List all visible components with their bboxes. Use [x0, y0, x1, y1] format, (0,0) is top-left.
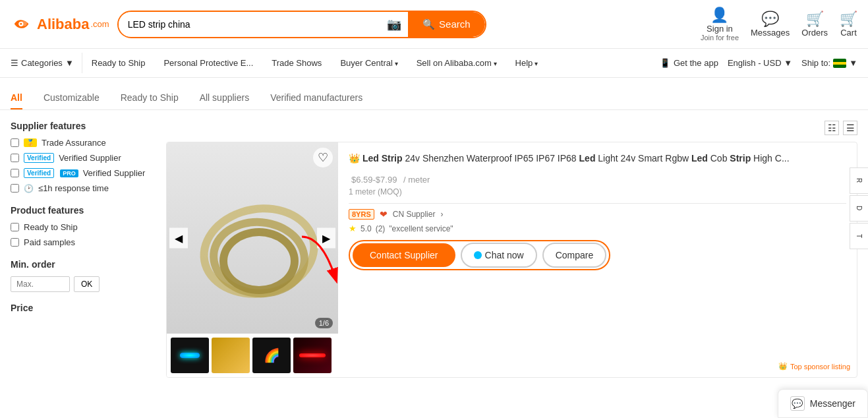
verified-badge: Verified: [24, 153, 54, 163]
compare-button[interactable]: Compare: [542, 243, 607, 268]
search-icon: 🔍: [422, 18, 435, 30]
get-app-button[interactable]: 📱 Get the app: [660, 58, 718, 68]
thumb-rgb-bg: 🌈: [252, 338, 291, 373]
verified-pro-supplier-filter[interactable]: Verified PRO Verified Supplier: [11, 168, 156, 178]
person-icon: 👤: [710, 7, 728, 24]
response-time-filter[interactable]: 🕑 ≤1h response time: [11, 183, 156, 193]
verified-supplier-label: Verified Supplier: [59, 153, 121, 163]
ready-to-ship-checkbox[interactable]: [11, 223, 19, 231]
sign-in-action[interactable]: 👤 Sign in Join for free: [701, 7, 739, 42]
rs-button-1[interactable]: R: [850, 167, 868, 194]
orders-label: Orders: [801, 28, 828, 38]
tab-customizable[interactable]: Customizable: [43, 87, 100, 109]
trade-assurance-label: Trade Assurance: [42, 138, 106, 148]
supplier-features-title: Supplier features: [11, 121, 156, 131]
ship-to-selector[interactable]: Ship to: ▼: [801, 58, 857, 68]
tab-ready-to-ship[interactable]: Ready to Ship: [121, 87, 179, 109]
heart-icon: ❤: [380, 209, 388, 220]
verified-supplier-filter[interactable]: Verified Verified Supplier: [11, 153, 156, 163]
supplier-country-label: CN Supplier: [393, 210, 436, 219]
search-button[interactable]: 🔍 Search: [408, 12, 485, 37]
title-strip-bold: Strip: [730, 153, 751, 164]
supplier-row: 8YRS ❤ CN Supplier ›: [349, 209, 846, 220]
product-features-section: Product features Ready to Ship Paid samp…: [11, 205, 156, 247]
trade-assurance-checkbox[interactable]: [11, 138, 19, 147]
logo[interactable]: Alibaba.com: [11, 15, 109, 34]
mobile-icon: 📱: [660, 58, 670, 68]
verified-pro-checkbox[interactable]: [11, 169, 19, 177]
star-row: ★ 5.0 (2) "excellent service": [349, 224, 846, 233]
ready-to-ship-filter[interactable]: Ready to Ship: [11, 222, 156, 232]
chat-now-label: Chat now: [485, 250, 524, 260]
verified-pro-badge: Verified: [24, 168, 54, 178]
response-time-checkbox[interactable]: [11, 184, 19, 193]
thumb-red-bg: [293, 338, 332, 373]
chat-dot-icon: [474, 251, 482, 259]
rating-value: 5.0: [361, 224, 372, 233]
title-text-3: Cob: [710, 153, 730, 164]
camera-icon[interactable]: 📷: [380, 17, 408, 32]
chat-now-button[interactable]: Chat now: [461, 243, 537, 268]
image-prev-button[interactable]: ◀: [169, 228, 188, 249]
nav-ready-to-ship[interactable]: Ready to Ship: [82, 54, 155, 72]
thumbnail-3[interactable]: 🌈: [252, 338, 291, 373]
grid-view-icon[interactable]: ☷: [825, 121, 839, 135]
cart-icon: 🛒: [840, 11, 857, 28]
product-main-image: ◀ ▶ 1/6 ♡: [167, 142, 338, 334]
product-toolbar: ☷ ☰: [166, 121, 857, 135]
navbar: ☰ Categories ▼ Ready to Ship Personal Pr…: [0, 49, 868, 78]
min-order-ok-button[interactable]: OK: [74, 276, 100, 292]
tab-all-suppliers[interactable]: All suppliers: [200, 87, 249, 109]
nav-buyer-central[interactable]: Buyer Central: [331, 54, 407, 72]
trade-assurance-filter[interactable]: 🥇 Trade Assurance: [11, 138, 156, 148]
min-order-section: Min. order OK: [11, 259, 156, 292]
clock-icon: 🕑: [24, 184, 34, 193]
list-view-icon[interactable]: ☰: [843, 121, 857, 135]
nav-trade-shows[interactable]: Trade Shows: [262, 54, 331, 72]
orders-action[interactable]: 🛒 Orders: [801, 11, 828, 38]
thumbnail-4[interactable]: [293, 338, 332, 373]
paid-samples-filter[interactable]: Paid samples: [11, 237, 156, 247]
search-bar: 📷 🔍 Search: [117, 11, 486, 38]
product-title[interactable]: 👑 Led Strip 24v Shenzhen Waterproof IP65…: [349, 152, 846, 165]
action-area: Contact Supplier Chat now Compare: [349, 240, 846, 270]
language-selector[interactable]: English - USD ▼: [728, 58, 792, 68]
cart-action[interactable]: 🛒 Cart: [840, 11, 857, 38]
messenger-bar[interactable]: 💬 Messenger: [778, 389, 868, 399]
image-next-button[interactable]: ▶: [317, 228, 335, 249]
response-time-label: ≤1h response time: [38, 183, 109, 193]
messages-action[interactable]: 💬 Messages: [751, 11, 790, 38]
paid-samples-checkbox[interactable]: [11, 238, 19, 247]
wishlist-button[interactable]: ♡: [313, 148, 333, 167]
product-card: ◀ ▶ 1/6 ♡ 🌈: [166, 142, 857, 378]
contact-supplier-button[interactable]: Contact Supplier: [353, 243, 455, 267]
min-order-title: Min. order: [11, 259, 156, 270]
messenger-label: Messenger: [810, 398, 855, 399]
thumb-glow: [180, 353, 200, 358]
nav-sell-on-alibaba[interactable]: Sell on Alibaba.com: [407, 54, 506, 72]
verified-supplier-checkbox[interactable]: [11, 154, 19, 162]
tab-all[interactable]: All: [11, 87, 22, 109]
min-order-input[interactable]: [11, 276, 70, 292]
review-count: (2): [376, 224, 386, 233]
search-input[interactable]: [119, 13, 380, 36]
led-coil-graphic: [193, 185, 312, 291]
red-glow: [299, 353, 326, 357]
star-icons: ★: [349, 224, 357, 233]
filter-tabs: All Customizable Ready to Ship All suppl…: [0, 78, 868, 110]
supplier-features-section: Supplier features 🥇 Trade Assurance Veri…: [11, 121, 156, 193]
moq-label: (MOQ): [378, 187, 402, 196]
nav-help[interactable]: Help: [506, 54, 548, 72]
hamburger-icon: ☰: [11, 58, 18, 68]
thumbnail-2[interactable]: [212, 338, 250, 373]
tab-verified-manufacturers[interactable]: Verified manufacturers: [270, 87, 362, 109]
nav-personal-protective[interactable]: Personal Protective E...: [154, 54, 262, 72]
country-flag-icon: [833, 59, 846, 68]
categories-menu[interactable]: ☰ Categories ▼: [11, 53, 82, 73]
rs-button-2[interactable]: D: [850, 195, 868, 222]
supplier-arrow: ›: [440, 210, 443, 219]
rs-button-3[interactable]: T: [850, 223, 868, 249]
thumbnail-1[interactable]: [171, 338, 209, 373]
price-value: $6.59-$7.99: [351, 175, 397, 185]
title-text-1: 24v Shenzhen Waterproof IP65 IP67 IP68: [405, 153, 579, 164]
